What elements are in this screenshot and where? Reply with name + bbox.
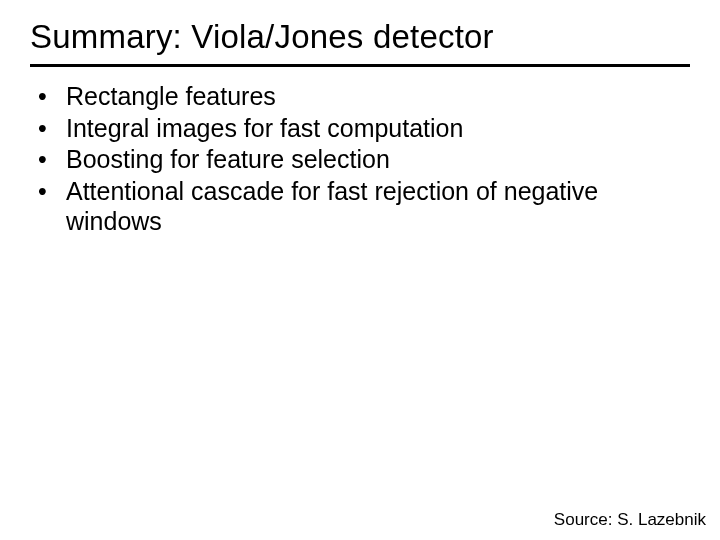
list-item: Attentional cascade for fast rejection o… <box>38 176 690 237</box>
source-attribution: Source: S. Lazebnik <box>554 510 706 530</box>
slide-container: Summary: Viola/Jones detector Rectangle … <box>0 0 720 540</box>
list-item: Rectangle features <box>38 81 690 112</box>
list-item: Integral images for fast computation <box>38 113 690 144</box>
bullet-list: Rectangle features Integral images for f… <box>30 81 690 237</box>
list-item: Boosting for feature selection <box>38 144 690 175</box>
slide-title: Summary: Viola/Jones detector <box>30 18 690 67</box>
